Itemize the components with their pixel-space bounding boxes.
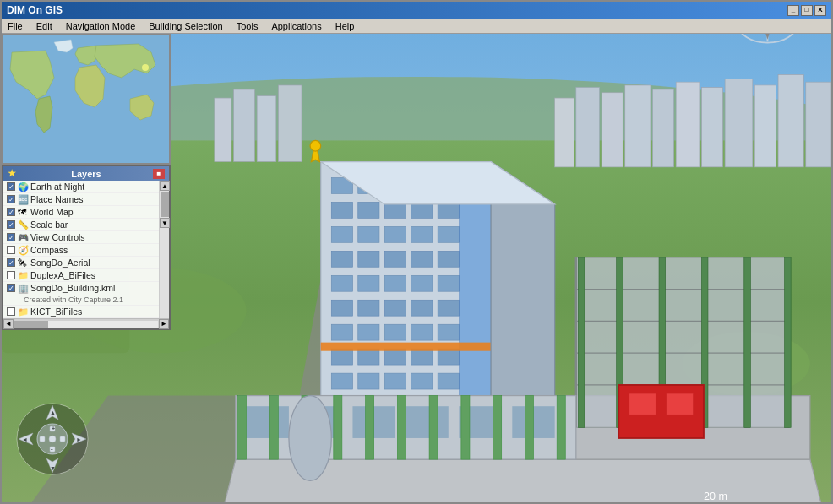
scroll-left-button[interactable]: ◄ [3, 319, 14, 329]
menu-navigation-mode[interactable]: Navigation Mode [63, 21, 139, 31]
layer-scale-bar-label: Scale bar [30, 219, 166, 230]
layer-world-map-checkbox[interactable]: ✓ [7, 208, 15, 216]
layers-scrollbar[interactable]: ▲ ▼ [159, 181, 169, 318]
svg-rect-5 [602, 93, 623, 167]
svg-rect-67 [331, 373, 352, 389]
svg-rect-55 [411, 300, 433, 316]
svg-rect-70 [411, 373, 433, 389]
svg-rect-71 [438, 373, 459, 389]
layer-earth-night-label: Earth at Night [30, 182, 166, 192]
horizontal-scroll-thumb[interactable] [14, 321, 48, 328]
layer-view-controls-label: View Controls [30, 232, 166, 242]
svg-rect-16 [257, 96, 276, 162]
layer-songdo-building-checkbox[interactable]: ✓ [7, 284, 15, 292]
layer-songdo-aerial[interactable]: ✓ 🛰 SongDo_Aerial [3, 257, 169, 269]
title-bar: DIM On GIS _ □ X [2, 2, 831, 19]
layers-close-button[interactable]: ■ [153, 169, 165, 179]
layer-view-controls[interactable]: ✓ 🎮 View Controls [3, 231, 169, 244]
svg-rect-9 [701, 87, 722, 166]
layer-duplexA-bifiles[interactable]: 📁 DuplexA_BiFiles [3, 269, 169, 282]
gis-viewport[interactable]: 20 m [2, 34, 831, 502]
layer-songdo-aerial-checkbox[interactable]: ✓ [7, 258, 15, 267]
layer-songdo-building-sublabel: Created with City Capture 2.1 [7, 295, 123, 304]
layer-place-names-label: Place Names [30, 194, 166, 204]
menu-file[interactable]: File [5, 21, 25, 31]
horizontal-scrollbar[interactable]: ◄ ► [3, 318, 169, 328]
layer-earth-night[interactable]: ✓ 🌍 Earth at Night [3, 181, 169, 193]
layer-compass-label: Compass [30, 245, 166, 255]
layer-world-map[interactable]: ✓ 🗺 World Map [3, 206, 169, 219]
scroll-right-button[interactable]: ► [159, 319, 169, 329]
menu-tools[interactable]: Tools [234, 21, 261, 31]
menu-help[interactable]: Help [333, 21, 357, 31]
svg-text:▲: ▲ [50, 409, 56, 415]
svg-rect-41 [438, 226, 459, 242]
menu-building-selection[interactable]: Building Selection [146, 21, 225, 31]
svg-rect-63 [358, 349, 379, 365]
layer-kict-bifiles-checkbox[interactable] [7, 307, 15, 316]
svg-rect-38 [358, 226, 379, 242]
svg-rect-15 [233, 89, 254, 162]
svg-point-114 [289, 396, 331, 481]
mini-map[interactable] [2, 34, 171, 165]
svg-rect-103 [237, 396, 246, 460]
scroll-up-button[interactable]: ▲ [160, 181, 170, 191]
svg-rect-11 [754, 85, 776, 167]
svg-rect-107 [366, 396, 374, 460]
layer-earth-night-icon: 🌍 [18, 182, 28, 192]
svg-point-135 [142, 64, 149, 71]
svg-rect-106 [334, 396, 342, 460]
layer-earth-night-checkbox[interactable]: ✓ [7, 182, 15, 191]
layer-compass[interactable]: 🧭 Compass [3, 244, 169, 257]
svg-rect-47 [331, 275, 352, 291]
layer-view-controls-checkbox[interactable]: ✓ [7, 233, 15, 241]
layer-compass-checkbox[interactable] [7, 246, 15, 254]
svg-rect-3 [555, 98, 574, 167]
layer-duplexA-bifiles-checkbox[interactable] [7, 271, 15, 279]
svg-rect-10 [725, 79, 753, 166]
layer-scale-bar[interactable]: ✓ 📏 Scale bar [3, 219, 169, 231]
minimize-button[interactable]: _ [787, 5, 799, 16]
layer-songdo-building-icon: 🏢 [18, 283, 28, 293]
svg-rect-109 [429, 396, 438, 460]
layer-world-map-icon: 🗺 [18, 207, 28, 217]
svg-rect-40 [411, 226, 433, 242]
mini-map-svg [3, 35, 171, 165]
svg-rect-6 [625, 85, 651, 167]
svg-rect-104 [270, 396, 278, 460]
svg-rect-87 [578, 257, 585, 427]
svg-rect-39 [384, 226, 406, 242]
layer-songdo-aerial-icon: 🛰 [18, 257, 28, 268]
layer-place-names[interactable]: ✓ 🔤 Place Names [3, 193, 169, 206]
svg-rect-51 [438, 275, 459, 291]
svg-rect-92 [785, 257, 792, 427]
menu-edit[interactable]: Edit [34, 21, 55, 31]
layer-songdo-building[interactable]: ✓ 🏢 SongDo_Building.kml Created with Cit… [3, 282, 169, 306]
svg-text:▼: ▼ [50, 465, 56, 471]
svg-rect-54 [384, 300, 406, 316]
layer-place-names-checkbox[interactable]: ✓ [7, 195, 15, 203]
main-viewport[interactable]: 20 m [2, 34, 831, 502]
menu-applications[interactable]: Applications [269, 21, 324, 31]
svg-rect-97 [247, 406, 289, 438]
layer-kict-bifiles[interactable]: 📁 KICT_BiFiles [3, 306, 169, 318]
svg-rect-111 [493, 396, 502, 460]
layer-scale-bar-checkbox[interactable]: ✓ [7, 220, 15, 229]
svg-rect-14 [215, 98, 231, 162]
svg-rect-108 [397, 396, 406, 460]
svg-rect-37 [331, 226, 352, 242]
svg-text:+: + [52, 425, 55, 431]
svg-rect-62 [331, 349, 352, 365]
svg-rect-91 [744, 257, 751, 427]
svg-rect-8 [676, 82, 700, 167]
horizontal-scroll-track [14, 321, 158, 328]
svg-rect-45 [411, 251, 433, 267]
scroll-down-button[interactable]: ▼ [160, 218, 170, 228]
svg-text:20 m: 20 m [704, 490, 727, 502]
scroll-thumb[interactable] [161, 192, 169, 217]
svg-rect-52 [331, 300, 352, 316]
svg-rect-33 [358, 202, 379, 218]
close-button[interactable]: X [814, 5, 826, 16]
maximize-button[interactable]: □ [801, 5, 813, 16]
layer-world-map-label: World Map [30, 207, 166, 217]
